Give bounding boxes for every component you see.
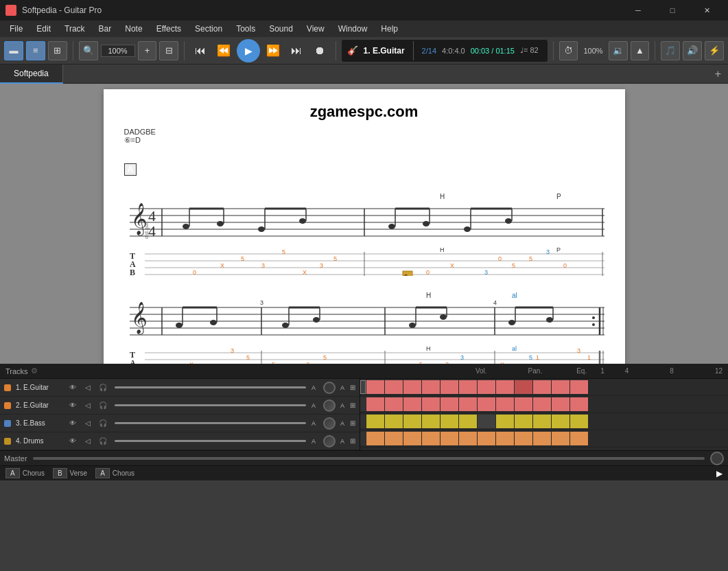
tl-3-c9[interactable] [515, 415, 532, 428]
track-4-mute-btn[interactable]: 🎧 [97, 435, 109, 447]
tl-2-c10[interactable] [533, 397, 551, 411]
track-1-solo-btn[interactable]: ◁ [82, 382, 94, 394]
tl-4-c4[interactable] [422, 432, 440, 445]
menu-track[interactable]: Track [58, 21, 92, 37]
tl-1-selected[interactable] [360, 380, 366, 394]
track-1-mute-btn[interactable]: 🎧 [97, 382, 109, 394]
view-tab-btn[interactable]: ≡ [26, 41, 45, 60]
tl-1-c8[interactable] [496, 380, 514, 394]
track-1-eq-icon[interactable]: ⊞ [350, 384, 355, 391]
tl-4-c2[interactable] [385, 432, 403, 445]
tl-1-c4[interactable] [422, 380, 440, 394]
track-1-pan-knob[interactable] [323, 382, 336, 394]
tracks-settings-icon[interactable]: ⚙ [31, 366, 38, 375]
go-start-btn[interactable]: ⏮ [190, 40, 211, 61]
track-2-pan-knob[interactable] [323, 399, 336, 412]
tl-1-c9[interactable] [515, 380, 532, 394]
metronome-btn[interactable]: ⏱ [559, 41, 578, 60]
tl-3-c4[interactable] [422, 415, 440, 428]
menu-section[interactable]: Section [188, 21, 229, 37]
zoom-out-btn[interactable]: 🔍 [79, 41, 98, 60]
track-2-solo-btn[interactable]: ◁ [82, 399, 94, 412]
track-3-solo-btn[interactable]: ◁ [82, 417, 94, 430]
tl-2-c4[interactable] [422, 397, 440, 411]
tl-1-c6[interactable] [459, 380, 477, 394]
track-2-vis-btn[interactable]: 👁 [67, 399, 79, 412]
tl-4-c10[interactable] [533, 432, 551, 445]
go-end-btn[interactable]: ⏭ [286, 40, 307, 61]
tab-softpedia[interactable]: Softpedia [0, 65, 63, 84]
menu-tools[interactable]: Tools [229, 21, 262, 37]
tl-2-c3[interactable] [403, 397, 421, 411]
tl-4-c12[interactable] [570, 432, 588, 445]
audio-btn[interactable]: 🔊 [683, 41, 702, 60]
tl-3-c6[interactable] [459, 415, 477, 428]
close-button[interactable]: ✕ [691, 0, 723, 21]
minimize-button[interactable]: ─ [622, 0, 654, 21]
tl-2-c6[interactable] [459, 397, 477, 411]
tl-3-c7[interactable] [478, 415, 495, 428]
tl-1-c11[interactable] [552, 380, 570, 394]
fast-forward-btn[interactable]: ⏩ [263, 40, 283, 61]
effects-btn[interactable]: ⚡ [705, 41, 724, 60]
tl-2-c1[interactable] [366, 397, 384, 411]
tl-2-c9[interactable] [515, 397, 532, 411]
page-view-btn[interactable]: ⊟ [159, 41, 178, 60]
tl-3-c2[interactable] [385, 415, 403, 428]
tl-1-c10[interactable] [533, 380, 551, 394]
view-both-btn[interactable]: ⊞ [48, 41, 67, 60]
menu-help[interactable]: Help [374, 21, 405, 37]
track-3-mute-btn[interactable]: 🎧 [97, 417, 109, 430]
tl-2-c12[interactable] [570, 397, 588, 411]
menu-sound[interactable]: Sound [262, 21, 300, 37]
record-btn[interactable]: ⏺ [309, 40, 330, 61]
maximize-button[interactable]: □ [657, 0, 688, 21]
tl-2-c5[interactable] [441, 397, 458, 411]
tl-4-c3[interactable] [403, 432, 421, 445]
track-1-vol-slider[interactable] [115, 386, 306, 388]
tl-3-c5[interactable] [441, 415, 458, 428]
track-3-vol-slider[interactable] [115, 422, 306, 424]
tl-4-c11[interactable] [552, 432, 570, 445]
track-3-vis-btn[interactable]: 👁 [67, 417, 79, 430]
tl-2-c2[interactable] [385, 397, 403, 411]
tl-3-c3[interactable] [403, 415, 421, 428]
master-vol-slider[interactable] [33, 457, 705, 460]
tl-1-c12[interactable] [570, 380, 588, 394]
tl-4-c1[interactable] [366, 432, 384, 445]
tl-2-c8[interactable] [496, 397, 514, 411]
tl-3-c12[interactable] [570, 415, 588, 428]
tl-2-c7[interactable] [478, 397, 495, 411]
rewind-btn[interactable]: ⏪ [213, 40, 234, 61]
track-4-pan-knob[interactable] [323, 435, 336, 447]
track-1-vis-btn[interactable]: 👁 [67, 382, 79, 394]
menu-file[interactable]: File [3, 21, 30, 37]
track-2-mute-btn[interactable]: 🎧 [97, 399, 109, 412]
tl-4-c7[interactable] [478, 432, 495, 445]
menu-note[interactable]: Note [118, 21, 149, 37]
zoom-in-btn[interactable]: + [138, 41, 157, 60]
tl-3-c11[interactable] [552, 415, 570, 428]
view-standard-btn[interactable]: ▬ [4, 41, 23, 60]
track-3-pan-knob[interactable] [323, 417, 336, 430]
menu-view[interactable]: View [300, 21, 331, 37]
add-tab-button[interactable]: + [708, 65, 728, 83]
tl-4-c5[interactable] [441, 432, 458, 445]
track-4-vol-slider[interactable] [115, 440, 306, 442]
tl-3-c8[interactable] [496, 415, 514, 428]
footer-nav-arrow[interactable]: ▶ [716, 469, 723, 478]
track-4-vis-btn[interactable]: 👁 [67, 435, 79, 447]
tl-1-c7[interactable] [478, 380, 495, 394]
menu-edit[interactable]: Edit [30, 21, 58, 37]
tl-2-c11[interactable] [552, 397, 570, 411]
vol-up-btn[interactable]: ▲ [631, 41, 650, 60]
tl-4-c6[interactable] [459, 432, 477, 445]
vol-down-btn[interactable]: 🔉 [609, 41, 628, 60]
tl-1-c2[interactable] [385, 380, 403, 394]
menu-effects[interactable]: Effects [150, 21, 188, 37]
tl-4-c8[interactable] [496, 432, 514, 445]
track-2-eq-icon[interactable]: ⊞ [350, 401, 355, 409]
track-4-eq-icon[interactable]: ⊞ [350, 437, 355, 445]
tl-1-c5[interactable] [441, 380, 458, 394]
play-button[interactable]: ▶ [237, 39, 260, 62]
